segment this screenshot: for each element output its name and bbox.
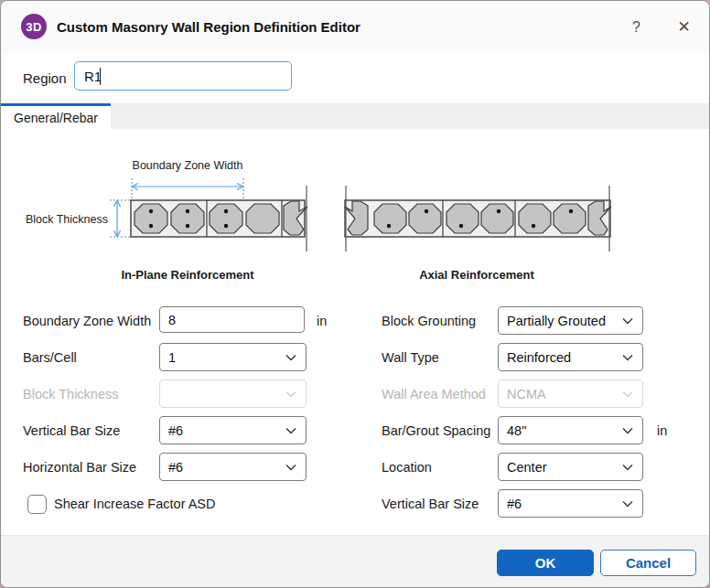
chevron-down-icon — [285, 464, 296, 471]
bar-grout-spacing-label: Bar/Grout Spacing — [382, 412, 490, 449]
inplane-form-column: Boundary Zone Width in Bars/Cell 1 Block… — [23, 303, 371, 522]
shear-increase-row: Shear Increase Factor ASD — [23, 486, 371, 522]
chevron-down-icon — [285, 390, 296, 398]
close-button[interactable]: ✕ — [672, 15, 696, 39]
bars-cell-value: 1 — [160, 350, 285, 365]
chevron-down-icon — [622, 464, 633, 471]
dialog-window: 3D Custom Masonry Wall Region Definition… — [0, 0, 710, 588]
tab-strip: General/Rebar — [1, 103, 709, 129]
chevron-down-icon — [622, 354, 633, 361]
chevron-down-icon — [622, 317, 633, 325]
boundary-zone-width-dim-label: Boundary Zone Width — [133, 159, 243, 172]
boundary-zone-width-label: Boundary Zone Width — [23, 303, 151, 339]
block-grounting-value: Partially Grouted — [499, 314, 622, 328]
bars-cell-label: Bars/Cell — [23, 339, 77, 376]
block-thickness-label: Block Thickness — [23, 376, 119, 412]
axial-vertical-bar-size-value: #6 — [499, 497, 622, 511]
field-row-bar-grout-spacing: Bar/Grout Spacing 48" in — [382, 412, 702, 449]
bar-grout-spacing-select[interactable]: 48" — [498, 416, 643, 444]
axial-caption: Axial Reinforcement — [419, 268, 534, 282]
block-grounting-label: Block Grounting — [382, 303, 476, 339]
horizontal-bar-size-select[interactable]: #6 — [159, 453, 307, 481]
chevron-down-icon — [622, 500, 633, 508]
inplane-wall-diagram: Boundary Zone Width — [19, 147, 321, 284]
vertical-bar-size-value: #6 — [160, 423, 285, 438]
footer-bar: OK Cancel — [1, 535, 709, 588]
tab-content: Boundary Zone Width — [1, 129, 709, 535]
cancel-button[interactable]: Cancel — [600, 550, 696, 576]
title-bar: 3D Custom Masonry Wall Region Definition… — [1, 1, 709, 54]
field-row-bars-cell: Bars/Cell 1 — [23, 339, 371, 376]
chevron-down-icon — [285, 354, 296, 361]
help-button[interactable]: ? — [624, 15, 649, 39]
block-thickness-dim-label: Block Thickness — [26, 213, 108, 226]
vertical-bar-size-select[interactable]: #6 — [159, 416, 307, 444]
wall-area-method-value: NCMA — [499, 387, 622, 401]
bars-cell-select[interactable]: 1 — [159, 343, 307, 371]
inplane-caption: In-Plane Reinforcement — [121, 268, 254, 282]
field-row-location: Location Center — [382, 449, 702, 486]
wall-type-label: Wall Type — [382, 339, 439, 376]
boundary-zone-dimension — [132, 178, 243, 199]
axial-form-column: Block Grounting Partially Grouted Wall T… — [382, 303, 702, 522]
axial-vertical-bar-size-select[interactable]: #6 — [498, 489, 643, 518]
chevron-down-icon — [622, 390, 633, 398]
window-title: Custom Masonry Wall Region Definition Ed… — [57, 1, 360, 53]
field-row-block-thickness: Block Thickness — [23, 376, 371, 412]
region-row: Region — [1, 53, 709, 103]
horizontal-bar-size-value: #6 — [160, 460, 285, 475]
location-label: Location — [382, 449, 432, 486]
shear-increase-factor-checkbox[interactable] — [27, 495, 47, 514]
location-value: Center — [499, 460, 622, 475]
chevron-down-icon — [285, 427, 296, 434]
block-thickness-dimension — [110, 200, 131, 237]
bar-grout-spacing-unit: in — [657, 412, 667, 449]
field-row-boundary-zone-width: Boundary Zone Width in — [23, 303, 371, 339]
region-input[interactable] — [74, 61, 292, 91]
wall-area-method-select: NCMA — [498, 380, 643, 408]
field-row-horizontal-bar-size: Horizontal Bar Size #6 — [23, 449, 371, 486]
region-label: Region — [23, 53, 67, 103]
location-select[interactable]: Center — [498, 453, 643, 481]
block-grounting-select[interactable]: Partially Grouted — [498, 306, 643, 335]
field-row-wall-type: Wall Type Reinforced — [382, 339, 702, 376]
wall-type-select[interactable]: Reinforced — [498, 343, 643, 371]
wall-type-value: Reinforced — [499, 350, 622, 365]
bar-grout-spacing-value: 48" — [499, 423, 622, 438]
text-caret — [100, 68, 101, 85]
shear-increase-factor-label: Shear Increase Factor ASD — [54, 486, 216, 522]
axial-wall-diagram: Axial Reinforcement — [330, 147, 632, 284]
vertical-bar-size-label: Vertical Bar Size — [23, 412, 120, 449]
field-row-vertical-bar-size: Vertical Bar Size #6 — [23, 412, 371, 449]
app-logo-3d-icon: 3D — [21, 14, 47, 39]
field-row-block-grounting: Block Grounting Partially Grouted — [382, 303, 702, 339]
ok-button[interactable]: OK — [497, 550, 594, 576]
field-row-wall-area-method: Wall Area Method NCMA — [382, 376, 702, 412]
axial-vertical-bar-size-label: Vertical Bar Size — [382, 486, 479, 522]
tab-general-rebar[interactable]: General/Rebar — [1, 103, 111, 129]
field-row-axial-vertical-bar-size: Vertical Bar Size #6 — [382, 486, 702, 522]
block-thickness-select — [159, 380, 307, 408]
horizontal-bar-size-label: Horizontal Bar Size — [23, 449, 136, 486]
boundary-zone-width-unit: in — [317, 303, 327, 339]
boundary-zone-width-input[interactable] — [159, 306, 305, 333]
wall-area-method-label: Wall Area Method — [382, 376, 486, 412]
chevron-down-icon — [622, 427, 633, 434]
